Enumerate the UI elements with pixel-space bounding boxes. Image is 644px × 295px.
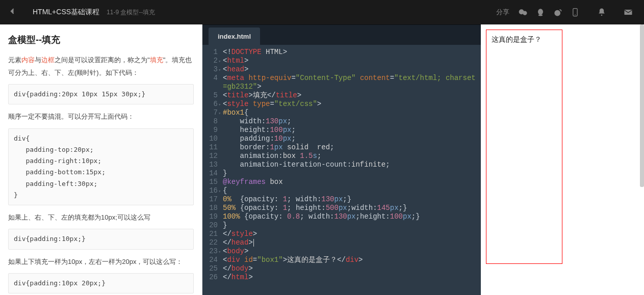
code-line[interactable]: } — [223, 169, 481, 178]
code-line[interactable]: </head> — [223, 238, 481, 247]
code-line[interactable]: animation:box 1.5s; — [223, 152, 481, 160]
code-line[interactable]: 0% {opacity: 1; width:130px;} — [223, 195, 481, 204]
mobile-icon[interactable] — [570, 7, 581, 18]
code-line[interactable]: ▾{ — [223, 186, 481, 195]
code-line[interactable]: @keyframes box — [223, 178, 481, 186]
code-line[interactable]: } — [223, 221, 481, 230]
svg-point-6 — [575, 14, 576, 15]
preview-box1: 这真的是盒子？ — [486, 30, 562, 264]
code-line[interactable]: height:100px; — [223, 126, 481, 135]
code-line[interactable]: ▾<style type="text/css"> — [223, 100, 481, 109]
lesson-panel: 盒模型--填充 元素内容与边框之间是可以设置距离的，称之为"填充"。填充也可分为… — [0, 24, 202, 295]
code-line[interactable]: </body> — [223, 264, 481, 273]
code-line[interactable]: <!DOCTYPE HTML> — [223, 48, 481, 57]
code-line[interactable]: width:130px; — [223, 117, 481, 126]
lesson-paragraph-1: 元素内容与边框之间是可以设置距离的，称之为"填充"。填充也可分为上、右、下、左(… — [8, 54, 194, 79]
lesson-heading: 盒模型--填充 — [8, 34, 194, 46]
code-line[interactable]: ▾<body> — [223, 247, 481, 256]
bell-icon[interactable] — [596, 7, 607, 18]
lesson-paragraph-3: 如果上、右、下、左的填充都为10px;可以这么写 — [8, 211, 194, 224]
code-line[interactable]: ▾<head> — [223, 65, 481, 74]
svg-point-4 — [554, 10, 560, 16]
qq-icon[interactable] — [535, 7, 546, 18]
editor-panel: index.html 12345678910111213141516171819… — [202, 24, 481, 295]
svg-point-2 — [538, 9, 543, 15]
lesson-label: 11-9 盒模型--填充 — [107, 8, 155, 17]
code-line[interactable]: ▾<html> — [223, 57, 481, 65]
code-line[interactable]: <meta http-equiv="Content-Type" content=… — [223, 74, 481, 83]
code-sample-2: div{ padding-top:20px; padding-right:10p… — [8, 128, 194, 205]
svg-point-3 — [538, 14, 543, 16]
code-sample-4: div{padding:10px 20px;} — [8, 273, 194, 293]
code-line[interactable]: 50% {opacity: 1; height:500px;width:145p… — [223, 204, 481, 212]
code-editor[interactable]: 1234567891011121314151617181920212223242… — [202, 45, 481, 295]
lesson-paragraph-2: 顺序一定不要搞混。可以分开写上面代码： — [8, 111, 194, 123]
mail-icon[interactable] — [623, 7, 634, 18]
code-line[interactable]: </style> — [223, 230, 481, 238]
svg-point-1 — [523, 11, 527, 15]
svg-point-7 — [601, 15, 603, 16]
code-line[interactable]: =gb2312"> — [223, 83, 481, 91]
code-line[interactable]: border:1px solid red; — [223, 143, 481, 152]
code-sample-1: div{padding:20px 10px 15px 30px;} — [8, 84, 194, 104]
course-title[interactable]: HTML+CSS基础课程 — [33, 8, 99, 17]
scrollbar[interactable] — [640, 24, 644, 187]
line-gutter: 1234567891011121314151617181920212223242… — [202, 48, 223, 295]
code-line[interactable]: ▾#box1{ — [223, 109, 481, 117]
code-sample-3: div{padding:10px;} — [8, 229, 194, 249]
code-line[interactable]: </html> — [223, 273, 481, 282]
wechat-icon[interactable] — [518, 7, 529, 18]
code-line[interactable]: padding:10px; — [223, 135, 481, 143]
editor-tabbar: index.html — [202, 24, 481, 45]
svg-rect-8 — [625, 10, 632, 15]
share-label[interactable]: 分享 — [496, 8, 509, 17]
lesson-paragraph-4: 如果上下填充一样为10px，左右一样为20px，可以这么写： — [8, 256, 194, 269]
preview-panel: 这真的是盒子？ — [481, 24, 644, 295]
weibo-icon[interactable] — [552, 7, 563, 18]
topbar: HTML+CSS基础课程 11-9 盒模型--填充 分享 — [0, 0, 644, 24]
code-line[interactable]: <div id="box1">这真的是盒子？</div> — [223, 256, 481, 264]
main: 盒模型--填充 元素内容与边框之间是可以设置距离的，称之为"填充"。填充也可分为… — [0, 24, 644, 295]
code-line[interactable]: 100% {opacity: 0.8; width:130px;height:1… — [223, 212, 481, 221]
code-line[interactable]: <title>填充</title> — [223, 91, 481, 100]
code-line[interactable]: animation-iteration-count:infinite; — [223, 160, 481, 169]
code-content[interactable]: <!DOCTYPE HTML>▾<html>▾<head><meta http-… — [223, 48, 481, 295]
tab-index-html[interactable]: index.html — [209, 28, 260, 45]
back-button[interactable] — [7, 6, 17, 18]
